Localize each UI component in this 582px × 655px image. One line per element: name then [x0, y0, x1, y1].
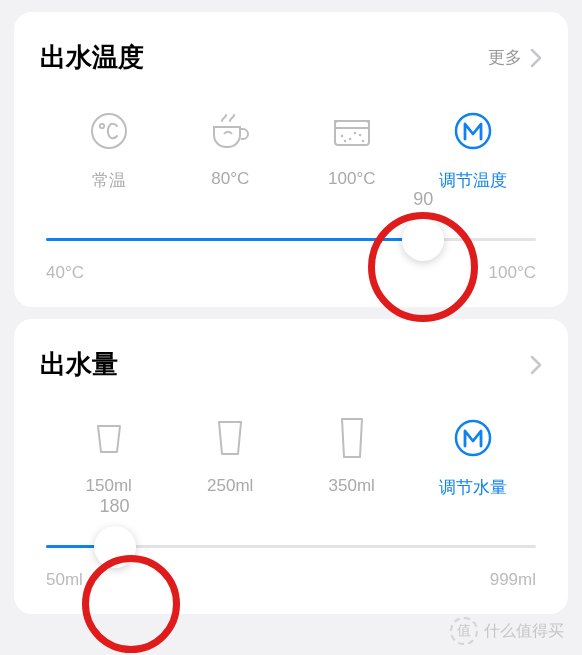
option-label: 100°C — [328, 169, 375, 189]
chevron-right-icon[interactable] — [530, 355, 542, 375]
option-label: 80°C — [211, 169, 249, 189]
volume-card: 出水量 150ml 250ml 350ml 调节水量 — [14, 319, 568, 614]
option-label: 调节温度 — [439, 169, 507, 192]
option-label: 350ml — [329, 476, 375, 496]
option-label: 调节水量 — [439, 476, 507, 499]
slider-scale: 40°C 100°C — [46, 263, 536, 283]
watermark-text: 什么值得买 — [484, 621, 564, 642]
card-header: 出水温度 更多 — [40, 40, 542, 75]
slider-value: 90 — [413, 189, 433, 210]
card-title: 出水量 — [40, 347, 118, 382]
manual-m-icon — [453, 111, 493, 151]
cup-medium-icon — [215, 418, 245, 458]
slider-fill — [46, 238, 423, 241]
vol-option-350[interactable]: 350ml — [291, 418, 413, 499]
slider-track: 90 — [46, 238, 536, 241]
option-label: 常温 — [92, 169, 126, 192]
slider-thumb[interactable]: 180 — [94, 526, 136, 568]
svg-point-4 — [340, 135, 343, 138]
slider-thumb[interactable]: 90 — [402, 219, 444, 261]
temp-option-80[interactable]: 80°C — [170, 111, 292, 192]
teacup-icon — [208, 111, 252, 151]
svg-point-10 — [456, 114, 490, 148]
cup-small-icon — [94, 418, 124, 458]
option-label: 150ml — [86, 476, 132, 496]
temp-option-100[interactable]: 100°C — [291, 111, 413, 192]
svg-point-0 — [92, 114, 126, 148]
more-label: 更多 — [488, 46, 522, 69]
temperature-options: 常温 80°C 100°C 调节温度 — [40, 111, 542, 192]
svg-point-7 — [353, 132, 356, 135]
slider-track: 180 — [46, 545, 536, 548]
card-header: 出水量 — [40, 347, 542, 382]
scale-min: 40°C — [46, 263, 84, 283]
svg-point-5 — [348, 138, 351, 141]
more-button[interactable]: 更多 — [488, 46, 542, 69]
temp-option-custom[interactable]: 调节温度 — [413, 111, 535, 192]
watermark-badge: 值 — [450, 617, 478, 645]
vol-option-150[interactable]: 150ml — [48, 418, 170, 499]
watermark: 值 什么值得买 — [450, 617, 564, 645]
chevron-right-icon — [530, 48, 542, 68]
slider-value: 180 — [100, 496, 130, 517]
volume-slider[interactable]: 180 50ml 999ml — [40, 545, 542, 590]
card-title: 出水温度 — [40, 40, 144, 75]
temperature-slider[interactable]: 90 40°C 100°C — [40, 238, 542, 283]
svg-point-6 — [358, 134, 361, 137]
scale-min: 50ml — [46, 570, 83, 590]
svg-point-1 — [100, 124, 104, 128]
cup-large-icon — [337, 418, 367, 458]
volume-options: 150ml 250ml 350ml 调节水量 — [40, 418, 542, 499]
scale-max: 100°C — [489, 263, 536, 283]
noodles-icon — [330, 111, 374, 151]
vol-option-250[interactable]: 250ml — [170, 418, 292, 499]
svg-point-8 — [343, 140, 346, 143]
vol-option-custom[interactable]: 调节水量 — [413, 418, 535, 499]
svg-point-9 — [361, 140, 364, 143]
temp-option-room[interactable]: 常温 — [48, 111, 170, 192]
option-label: 250ml — [207, 476, 253, 496]
manual-m-icon — [453, 418, 493, 458]
celsius-icon — [89, 111, 129, 151]
svg-point-11 — [456, 421, 490, 455]
scale-max: 999ml — [490, 570, 536, 590]
temperature-card: 出水温度 更多 常温 80°C 100°C — [14, 12, 568, 307]
slider-scale: 50ml 999ml — [46, 570, 536, 590]
svg-rect-3 — [335, 121, 369, 128]
